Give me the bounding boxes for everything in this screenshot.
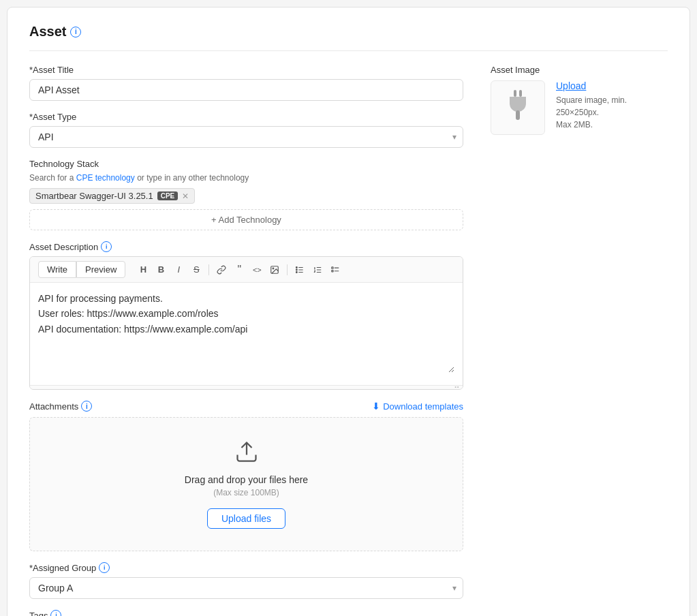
asset-description-label: Asset Description i [29, 241, 463, 252]
form-layout: *Asset Title *Asset Type API Application… [29, 65, 668, 616]
svg-rect-13 [332, 270, 333, 271]
technology-stack-group: Technology Stack Search for a CPE techno… [29, 159, 463, 230]
asset-image-wrapper: Upload Square image, min. 250×250px. Max… [491, 80, 668, 135]
asset-image-group: Asset Image Upload [491, 65, 668, 135]
description-textarea[interactable]: API for processing payments. User roles:… [38, 291, 454, 373]
unordered-list-button[interactable] [292, 262, 308, 278]
asset-description-group: Asset Description i Write Preview H B I … [29, 241, 463, 390]
bold-button[interactable]: B [153, 262, 169, 278]
resize-handle[interactable]: ⠿ [30, 385, 463, 389]
asset-title-input[interactable] [29, 79, 463, 101]
description-info-icon[interactable]: i [101, 241, 112, 252]
form-side: Asset Image Upload [491, 65, 668, 616]
svg-rect-18 [516, 110, 520, 120]
attachments-header: Attachments i ⬇ Download templates [29, 401, 463, 412]
svg-point-1 [273, 268, 274, 269]
upload-files-button[interactable]: Upload files [207, 508, 285, 529]
tags-info-icon[interactable]: i [50, 610, 61, 616]
attachments-group: Attachments i ⬇ Download templates [29, 401, 463, 551]
page-header: Asset i [29, 24, 668, 51]
upload-cloud-icon [41, 440, 452, 469]
image-button[interactable] [266, 262, 283, 278]
task-list-button[interactable] [327, 262, 343, 278]
drop-subtext: (Max size 100MB) [41, 488, 452, 497]
asset-image-label: Asset Image [491, 65, 668, 75]
tech-tag-close-icon[interactable]: ✕ [182, 192, 189, 200]
ordered-list-button[interactable] [309, 262, 326, 278]
assigned-group-select[interactable]: Group A Group B Group C [29, 577, 463, 599]
assigned-group-info-icon[interactable]: i [99, 562, 110, 573]
asset-type-select[interactable]: API Application Database Service [29, 126, 463, 148]
svg-rect-17 [519, 90, 522, 97]
tech-tag-label: Smartbear Swagger-UI 3.25.1 [35, 191, 153, 201]
image-upload-link[interactable]: Upload [556, 80, 668, 91]
attachments-label: Attachments i [29, 401, 92, 412]
attachments-info-icon[interactable]: i [81, 401, 92, 412]
svg-point-7 [296, 271, 298, 273]
asset-image-box [491, 80, 545, 135]
assigned-group-group: *Assigned Group i Group A Group B Group … [29, 562, 463, 599]
quote-button[interactable]: " [231, 262, 247, 278]
asset-type-label: *Asset Type [29, 112, 463, 122]
heading-button[interactable]: H [135, 262, 151, 278]
assigned-group-label: *Assigned Group i [29, 562, 463, 573]
asset-type-select-wrapper: API Application Database Service ▾ [29, 126, 463, 148]
image-upload-info: Upload Square image, min. 250×250px. Max… [556, 80, 668, 131]
link-button[interactable] [213, 262, 230, 278]
page-info-icon[interactable]: i [70, 27, 81, 37]
svg-point-5 [296, 266, 298, 268]
technology-stack-label: Technology Stack [29, 159, 463, 169]
assigned-group-select-wrapper: Group A Group B Group C ▾ [29, 577, 463, 599]
tags-label: Tags i [29, 610, 463, 616]
form-main: *Asset Title *Asset Type API Application… [29, 65, 463, 616]
page-title: Asset [29, 24, 66, 40]
asset-title-label: *Asset Title [29, 65, 463, 75]
svg-rect-16 [514, 90, 516, 97]
toolbar-divider-1 [208, 264, 209, 275]
asset-title-group: *Asset Title [29, 65, 463, 101]
add-technology-button[interactable]: + Add Technology [29, 209, 463, 230]
toolbar-divider-2 [287, 264, 288, 275]
editor-container: Write Preview H B I S " <> [29, 256, 463, 390]
strikethrough-button[interactable]: S [188, 262, 204, 278]
image-hint: Square image, min. 250×250px. Max 2MB. [556, 94, 668, 131]
editor-toolbar: Write Preview H B I S " <> [30, 257, 463, 283]
cpe-link[interactable]: CPE technology [76, 173, 135, 183]
drop-text: Drag and drop your files here [41, 474, 452, 485]
write-tab[interactable]: Write [38, 261, 76, 278]
page-container: Asset i *Asset Title *Asset Type API A [7, 7, 690, 616]
tech-stack-hint: Search for a CPE technology or type in a… [29, 173, 463, 183]
editor-tabs: Write Preview [38, 261, 125, 278]
italic-button[interactable]: I [170, 262, 187, 278]
plug-icon [504, 90, 531, 125]
asset-type-group: *Asset Type API Application Database Ser… [29, 112, 463, 148]
download-templates-link[interactable]: ⬇ Download templates [372, 401, 463, 412]
svg-rect-11 [332, 266, 333, 268]
cpe-badge: CPE [157, 191, 179, 200]
code-button[interactable]: <> [249, 262, 265, 278]
tech-tag: Smartbear Swagger-UI 3.25.1 CPE ✕ [29, 188, 195, 204]
preview-tab[interactable]: Preview [76, 261, 125, 278]
editor-body[interactable]: API for processing payments. User roles:… [30, 283, 463, 385]
drop-zone[interactable]: Drag and drop your files here (Max size … [29, 417, 463, 551]
svg-point-6 [296, 269, 298, 271]
download-icon: ⬇ [372, 401, 380, 412]
tags-group: Tags i API-1234 ✕ VULN-123 ✕ Security Te… [29, 610, 463, 616]
